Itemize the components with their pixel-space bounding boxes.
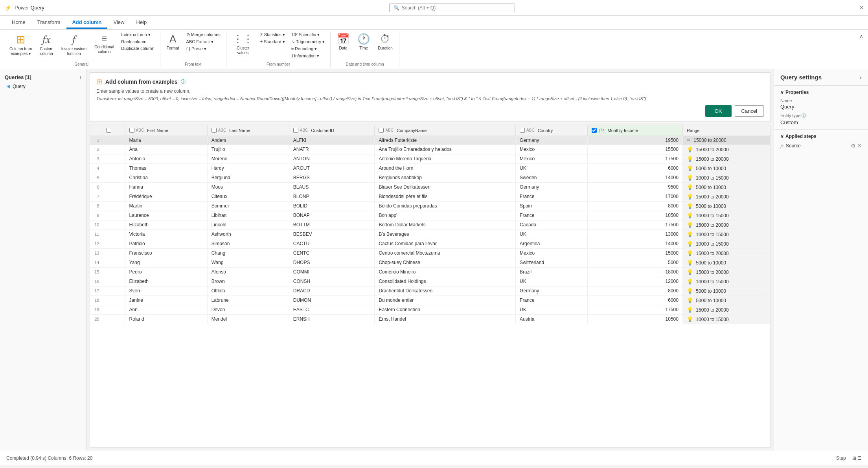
ok-button[interactable]: OK [705,105,732,117]
cell-lastname: Lincoln [207,220,289,229]
pencil-icon: ✏ [687,138,691,143]
extract-button[interactable]: ABC Extract ▾ [184,39,223,45]
cell-customerid: BONAP [289,211,375,220]
search-input[interactable] [402,5,504,11]
standard-button[interactable]: ± Standard ▾ [258,39,287,45]
tab-add-column[interactable]: Add column [66,17,107,29]
custom-column-button[interactable]: 𝑓𝑥 Customcolumn [37,31,56,58]
col-header-companyname[interactable]: ABC CompanyName [375,125,516,136]
search-box[interactable]: 🔍 [389,4,515,12]
tab-help[interactable]: Help [131,17,153,29]
col-check-companyname[interactable] [379,128,384,133]
cell-firstname: Ann [125,305,207,314]
acfe-subtitle: Enter sample values to create a new colu… [96,88,764,94]
cell-customerid: DUMON [289,295,375,305]
status-text: Completed (0.94 s) Columns: 6 Rows: 20 [6,455,92,461]
invoke-custom-function-button[interactable]: 𝑓 Invoke customfunction [58,31,90,58]
step-delete-icon[interactable]: ✕ [857,143,862,149]
trigonometry-button[interactable]: ∿ Trigonometry ▾ [289,39,327,45]
col-check-lastname[interactable] [211,128,217,133]
conditional-column-button[interactable]: ≡ Conditionalcolumn [91,31,117,56]
time-button[interactable]: 🕐 Time [354,31,373,52]
cell-country: Mexico [516,154,588,163]
cell-country: Switzerland [516,258,588,267]
col-header-firstname[interactable]: ABC First Name [125,125,207,136]
cell-customerid: BOTTM [289,220,375,229]
duplicate-column-button[interactable]: Duplicate column [119,45,156,51]
col-check-customerid[interactable] [293,128,298,133]
rp-step-source[interactable]: 𝑓𝑥 Source ⚙ ✕ [774,141,868,151]
ribbon-col-number: Σ Statistics ▾ ± Standard ▾ [258,31,287,45]
rp-props-collapse-icon[interactable]: ∨ [780,90,784,95]
help-icon[interactable]: ⓘ [181,79,186,85]
index-column-button[interactable]: Index column ▾ [119,31,156,38]
step-settings-icon[interactable]: ⚙ [851,143,856,149]
close-button[interactable]: × [860,4,863,11]
col-check-income[interactable] [592,128,597,133]
acfe-actions: OK Cancel [96,105,764,117]
col-header-lastname[interactable]: ABC Last Name [207,125,289,136]
cell-income: 15500 [587,145,682,154]
information-button[interactable]: ℹ Information ▾ [289,53,327,59]
rp-steps-collapse-icon[interactable]: ∨ [780,134,784,139]
sidebar-collapse-icon[interactable]: ‹ [79,74,81,80]
tab-transform[interactable]: Transform [32,17,66,29]
cell-country: UK [516,305,588,314]
col-check-country[interactable] [520,128,525,133]
col-type-firstname: ABC [136,128,144,132]
rp-expand-icon[interactable]: › [860,74,862,81]
column-from-examples-button[interactable]: ⊞ Column fromexamples ▾ [6,31,35,58]
cell-customerid: ALFKI [289,136,375,145]
select-all-checkbox[interactable] [106,128,111,133]
row-expand [102,201,125,211]
lightbulb-icon: 💡 [687,175,693,181]
row-num: 11 [90,229,102,239]
cell-lastname: Simpson [207,239,289,248]
cluster-values-button[interactable]: ⋮⋮ Clustervalues [230,31,256,57]
invoke-custom-label: Invoke customfunction [61,47,86,56]
cluster-icon: ⋮⋮ [233,33,253,45]
col-header-income[interactable]: 123 Monthly Income [587,125,682,136]
cell-range: 💡 10000 to 15000 [682,277,770,286]
lightbulb-icon: 💡 [687,316,693,322]
sidebar-item-query[interactable]: ⊞ Query [0,82,86,91]
ribbon-collapse-btn[interactable]: ∧ [858,31,865,67]
rank-column-button[interactable]: Rank column [119,39,156,45]
cancel-button[interactable]: Cancel [735,105,764,117]
tab-home[interactable]: Home [6,17,31,29]
date-button[interactable]: 📅 Date [334,31,353,52]
table-row: 12 Patricio Simpson CACTU Cactus Comidas… [90,239,770,248]
row-expand [102,173,125,182]
cell-customerid: CONSH [289,277,375,286]
cell-lastname: Ottlieb [207,286,289,295]
statistics-button[interactable]: Σ Statistics ▾ [258,31,287,38]
format-button[interactable]: A Format [164,31,182,52]
col-header-customerid[interactable]: ABC CustomerID [289,125,375,136]
table-row: 1 Maria Anders ALFKI Alfreds Futterkiste… [90,136,770,145]
row-expand [102,286,125,295]
content-panel: ⊞ Add column from examples ⓘ Enter sampl… [86,69,774,451]
custom-column-label: Customcolumn [40,47,53,56]
row-num: 3 [90,154,102,163]
duration-button[interactable]: ⏱ Duration [375,31,396,52]
col-header-country[interactable]: ABC Country [516,125,588,136]
cell-companyname: Ernst Handel [375,314,516,324]
col-check-firstname[interactable] [129,128,134,133]
time-icon: 🕐 [357,33,370,45]
conditional-column-label: Conditionalcolumn [94,45,114,54]
cell-range[interactable]: ✏ 15000 to 20000 [682,136,770,145]
rounding-button[interactable]: ≈ Rounding ▾ [289,46,327,52]
entity-type-info-icon[interactable]: ⓘ [802,113,806,118]
row-num: 20 [90,314,102,324]
cell-range: 💡 15000 to 20000 [682,154,770,163]
status-right: Step ⊞ ☰ [836,455,862,461]
merge-columns-button[interactable]: ⊕ Merge columns [184,31,223,38]
cell-range: 💡 10000 to 15000 [682,211,770,220]
row-num: 13 [90,248,102,258]
col-header-range[interactable]: Range [682,125,770,136]
parse-button[interactable]: { } Parse ▾ [184,46,223,52]
tab-view[interactable]: View [108,17,130,29]
scientific-button[interactable]: 10² Scientific ▾ [289,31,327,38]
row-num: 15 [90,267,102,277]
col-type-income: 123 [598,128,605,133]
